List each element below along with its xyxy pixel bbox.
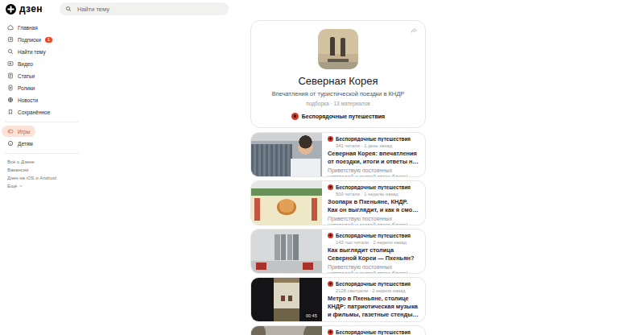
video-thumbnail[interactable]: 00:45 xyxy=(251,278,322,321)
dzen-logo-text: дзен xyxy=(19,3,43,14)
shorts-icon xyxy=(7,85,14,91)
collection-title: Северная Корея xyxy=(259,75,417,87)
post-snippet: Приветствую постоянных читателей и госте… xyxy=(328,168,419,177)
post-snippet: Приветствую постоянных читателей и госте… xyxy=(328,264,419,274)
share-icon xyxy=(410,27,419,35)
sidebar-item-kids[interactable]: Детям xyxy=(2,138,39,149)
sidebar-item-label: Видео xyxy=(18,61,33,67)
sidebar-item-shorts[interactable]: Ролики xyxy=(2,82,40,93)
top-bar: дзен xyxy=(0,0,644,19)
sidebar-item-label: Главная xyxy=(18,25,38,31)
channel-name[interactable]: Беспорядочные путешествия xyxy=(336,281,411,287)
search-icon xyxy=(7,48,14,55)
video-icon xyxy=(7,60,14,67)
post-body: Беспорядочные путешествия 665 читали · 2… xyxy=(322,326,425,335)
channel-name[interactable]: Беспорядочные путешествия xyxy=(336,184,411,190)
sidebar-item-saved[interactable]: Сохранённое xyxy=(2,106,56,118)
post-thumbnail[interactable] xyxy=(251,326,322,335)
statues-graphic xyxy=(330,37,335,56)
channel-name[interactable]: Беспорядочные путешествия xyxy=(336,329,411,335)
post-stats: 143 тыс читали · 2 недели назад xyxy=(336,240,419,245)
post-stats: 2128 смотрели · 2 недели назад xyxy=(336,288,419,293)
video-duration-badge: 00:45 xyxy=(303,312,320,319)
post-thumbnail[interactable] xyxy=(251,181,322,225)
sidebar-item-label: Игры xyxy=(18,129,30,134)
channel-name: Беспорядочные путешествия xyxy=(302,114,385,119)
dzen-logo-icon xyxy=(6,4,16,14)
sidebar-item-subscriptions[interactable]: Подписки 1 xyxy=(2,34,58,45)
post-title[interactable]: Северная Корея: впечатления от поездки, … xyxy=(328,150,419,166)
sidebar-item-label: Детям xyxy=(18,141,33,147)
subscriptions-badge: 1 xyxy=(45,37,52,43)
smiley-icon xyxy=(7,140,14,147)
post-title[interactable]: Зоопарк в Пхеньяне, КНДР. Как он выгляди… xyxy=(328,198,419,214)
channel-avatar[interactable] xyxy=(328,184,333,190)
footer-link-about[interactable]: Всё о Дзене xyxy=(7,159,56,164)
post-body: Беспорядочные путешествия 143 тыс читали… xyxy=(322,230,425,273)
collection-meta: подборка · 13 материалов xyxy=(259,101,417,106)
sidebar-item-news[interactable]: Новости xyxy=(2,94,43,105)
channel-avatar xyxy=(291,113,299,120)
bookmark-icon xyxy=(7,109,14,115)
sidebar-item-home[interactable]: Главная xyxy=(2,22,43,33)
articles-icon xyxy=(7,72,14,79)
sidebar-item-find-topic[interactable]: Найти тему xyxy=(2,46,52,57)
sidebar-item-label: Найти тему xyxy=(18,49,46,55)
footer-link-apps[interactable]: Дзен на iOS и Android xyxy=(7,176,56,180)
post-snippet: Приветствую постоянных читателей и госте… xyxy=(328,216,419,225)
chevron-down-icon xyxy=(19,184,23,188)
feed-card-video[interactable]: 00:45 Беспорядочные путешествия 2128 смо… xyxy=(250,277,426,322)
channel-avatar[interactable] xyxy=(328,329,333,335)
channel-name[interactable]: Беспорядочные путешествия xyxy=(336,136,411,142)
post-title[interactable]: Как выглядит столица Северной Кореи — Пх… xyxy=(328,246,419,263)
collection-cover-image[interactable] xyxy=(318,29,358,69)
collection-subtitle: Впечатления от туристической поездки в К… xyxy=(259,90,417,97)
sidebar-item-label: Ролики xyxy=(18,85,35,91)
home-icon xyxy=(7,24,14,31)
gamepad-icon xyxy=(7,128,14,134)
share-button[interactable] xyxy=(410,27,419,35)
feed-card[interactable]: Беспорядочные путешествия 500 читали · 1… xyxy=(250,180,426,225)
main-feed: Северная Корея Впечатления от туристичес… xyxy=(250,20,426,335)
post-stats: 500 читали · 1 неделю назад xyxy=(336,192,419,196)
post-thumbnail[interactable] xyxy=(251,230,322,273)
sidebar-item-label: Подписки xyxy=(18,37,41,43)
post-body: Беспорядочные путешествия 2128 смотрели … xyxy=(322,278,425,321)
pedestal-graphic xyxy=(328,59,349,62)
sidebar-item-label: Статьи xyxy=(18,73,35,79)
search-bar[interactable] xyxy=(60,2,229,15)
sidebar-footer: Всё о Дзене Вакансии Дзен на iOS и Andro… xyxy=(0,157,56,188)
sidebar-divider xyxy=(5,122,79,122)
feed-card[interactable]: Беспорядочные путешествия 341 читали · 1… xyxy=(250,132,426,177)
sidebar-item-articles[interactable]: Статьи xyxy=(2,70,40,81)
news-icon xyxy=(7,97,14,103)
dzen-logo[interactable]: дзен xyxy=(6,3,43,14)
feed-card[interactable]: Беспорядочные путешествия 665 читали · 2… xyxy=(250,325,426,335)
search-input[interactable] xyxy=(76,5,223,14)
collection-channel-link[interactable]: Беспорядочные путешествия xyxy=(259,113,417,120)
post-body: Беспорядочные путешествия 500 читали · 1… xyxy=(322,181,425,225)
footer-more-label: Ещё xyxy=(7,184,17,188)
footer-more-button[interactable]: Ещё xyxy=(7,184,56,188)
post-thumbnail[interactable] xyxy=(251,133,322,176)
sidebar-item-label: Новости xyxy=(18,97,38,103)
channel-name[interactable]: Беспорядочные путешествия xyxy=(336,233,411,238)
search-icon xyxy=(65,6,72,12)
channel-avatar[interactable] xyxy=(328,136,333,142)
post-stats: 341 читали · 1 день назад xyxy=(336,143,419,148)
post-title[interactable]: Метро в Пхеньяне, столице КНДР: патриоти… xyxy=(328,295,419,318)
sidebar-item-label: Сохранённое xyxy=(18,110,50,115)
sidebar-item-games[interactable]: Игры xyxy=(2,126,35,137)
channel-avatar[interactable] xyxy=(328,233,333,238)
feed-card[interactable]: Беспорядочные путешествия 143 тыс читали… xyxy=(250,229,426,274)
channel-avatar[interactable] xyxy=(328,281,333,287)
sidebar: Главная Подписки 1 Найти тему Видео Стат… xyxy=(0,22,89,188)
subscriptions-icon xyxy=(7,36,14,43)
sidebar-divider xyxy=(5,153,79,154)
post-body: Беспорядочные путешествия 341 читали · 1… xyxy=(322,133,425,176)
footer-link-jobs[interactable]: Вакансии xyxy=(7,168,56,172)
collection-header-card: Северная Корея Впечатления от туристичес… xyxy=(250,20,426,128)
sidebar-item-video[interactable]: Видео xyxy=(2,58,39,69)
